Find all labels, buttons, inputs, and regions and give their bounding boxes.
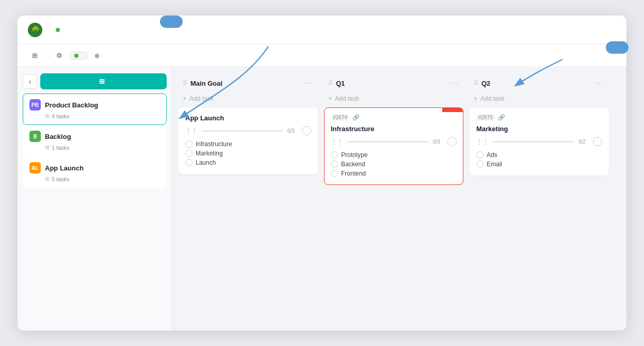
priority-bar [442, 108, 463, 112]
column-header: ⠿ Q1 ··· [324, 75, 463, 93]
drag-icon: ⠿ [328, 80, 333, 87]
task-id: #2674 [331, 114, 349, 121]
task-checkbox[interactable] [331, 170, 338, 177]
add-board-icon: ⊞ [99, 77, 105, 85]
board-item-app-launch[interactable]: AL App Launch ⊞ 5 tasks [23, 156, 167, 188]
sidebar-header: ‹ ⊞ [23, 73, 167, 89]
task-card-top: #2675 🔗 [476, 114, 602, 121]
filter-options[interactable]: ⚙ [52, 50, 67, 61]
board-name: Backlog [45, 133, 71, 140]
subtask-row: Email [476, 160, 602, 169]
board-meta: ⊞ 5 tasks [29, 176, 160, 182]
subtask-row: Marketing [185, 149, 311, 158]
column-menu[interactable]: ··· [595, 78, 605, 88]
drag-icon: ⠿ [183, 80, 187, 87]
board-meta-icon: ⊞ [45, 176, 50, 182]
column-main-goal: ⠿ Main Goal ··· + Add task App Launch ⋮⋮… [179, 75, 318, 322]
sidebar: ‹ ⊞ PB Product Backlog ⊞ 4 tasks B Backl… [18, 67, 172, 331]
subtask-label: Backend [341, 161, 365, 168]
filter-icon: ⚙ [56, 52, 62, 59]
board-name: App Launch [45, 164, 84, 172]
subtask-row: Launch [185, 158, 311, 167]
subtask-row: Backend [331, 160, 457, 169]
task-title: Infrastructure [331, 125, 457, 133]
board-area: ⠿ Main Goal ··· + Add task App Launch ⋮⋮… [172, 67, 626, 331]
breadcrumb-sep: › [47, 52, 49, 59]
body: ‹ ⊞ PB Product Backlog ⊞ 4 tasks B Backl… [18, 67, 626, 331]
board-list: PB Product Backlog ⊞ 4 tasks B Backlog ⊞… [23, 93, 167, 188]
board-tasks: 1 tasks [52, 145, 70, 151]
progress-label: 0/3 [287, 128, 298, 134]
board-meta: ⊞ 4 tasks [29, 113, 160, 119]
callout-bubble-1 [160, 15, 183, 28]
subtask-label: Frontend [341, 170, 366, 177]
column-menu[interactable]: ··· [304, 78, 314, 88]
progress-label: 0/2 [578, 139, 589, 145]
board-item-product-backlog[interactable]: PB Product Backlog ⊞ 4 tasks [23, 93, 167, 125]
column-header: ⠿ Q2 ··· [470, 75, 609, 93]
progress-bar-bg [493, 141, 574, 143]
subtask-row: Ads [476, 150, 602, 160]
task-link-icon: 🔗 [498, 114, 505, 121]
status-dot [56, 28, 60, 32]
subtask-label: Email [487, 161, 502, 168]
subtask-label: Marketing [196, 150, 223, 157]
drag-icon: ⠿ [474, 80, 478, 87]
subtask-icon: ⋮⋮ [331, 138, 343, 145]
task-checkbox[interactable] [331, 161, 338, 168]
task-progress-row: ⋮⋮ 0/2 [476, 137, 602, 146]
subtask-label: Infrastructure [196, 140, 232, 148]
task-checkbox[interactable] [185, 150, 192, 157]
task-checkbox[interactable] [185, 159, 192, 166]
callout-bubble-2 [606, 41, 629, 54]
add-task-row[interactable]: + Add task [470, 93, 609, 107]
columns-container: ⠿ Main Goal ··· + Add task App Launch ⋮⋮… [179, 75, 615, 322]
board-item-backlog[interactable]: B Backlog ⊞ 1 tasks [23, 125, 167, 156]
board-avatar: B [29, 131, 41, 142]
board-item-header: B Backlog [29, 131, 160, 142]
add-task-icon: + [183, 95, 186, 102]
board-item-header: PB Product Backlog [29, 99, 160, 111]
add-task-row[interactable]: + Add task [179, 93, 318, 107]
task-id: #2675 [476, 114, 495, 121]
board-meta-icon: ⊞ [45, 144, 50, 151]
progress-bar-bg [202, 130, 283, 132]
task-card-marketing-card[interactable]: #2675 🔗 Marketing ⋮⋮ 0/2 Ads [470, 107, 609, 176]
task-progress-row: ⋮⋮ 0/3 [185, 126, 311, 135]
add-board-button[interactable]: ⊞ [40, 73, 167, 89]
board-meta-icon: ⊞ [45, 113, 50, 119]
sidebar-back-button[interactable]: ‹ [23, 74, 37, 89]
add-task-icon: + [328, 95, 332, 102]
task-card-app-launch-card[interactable]: App Launch ⋮⋮ 0/3 Infrastructure Marketi… [179, 107, 318, 174]
subtask-row: Prototype [331, 150, 457, 160]
task-title: App Launch [185, 114, 311, 122]
progress-bar-fill [347, 141, 429, 143]
column-menu[interactable]: ··· [449, 78, 459, 88]
add-task-row[interactable]: + Add task [324, 93, 463, 107]
boards-icon: ⊞ [32, 52, 38, 59]
app-logo: 🌳 [28, 23, 42, 37]
add-task-label: Add task [480, 95, 505, 102]
task-checkbox[interactable] [331, 151, 338, 159]
completion-circle [593, 137, 602, 146]
project-dot [74, 54, 78, 58]
column-q1: ⠿ Q1 ··· + Add task #2674 🔗 Infrastructu… [324, 75, 463, 322]
column-q2: ⠿ Q2 ··· + Add task #2675 🔗 Marketing ⋮⋮ [470, 75, 609, 322]
boards-nav[interactable]: ⊞ [28, 50, 44, 61]
board-meta: ⊞ 1 tasks [29, 144, 160, 151]
column-title: Q2 [481, 80, 592, 87]
task-card-infrastructure-card[interactable]: #2674 🔗 Infrastructure ⋮⋮ 0/3 Prototype [324, 107, 463, 185]
completion-circle [302, 126, 311, 135]
board-item-header: AL App Launch [29, 162, 160, 174]
task-checkbox[interactable] [476, 161, 484, 168]
task-checkbox[interactable] [185, 140, 192, 148]
app-window: 🌳 ⊞ › ⚙ ⊕ [18, 15, 626, 331]
add-task-label: Add task [335, 95, 359, 102]
project-chip [70, 52, 87, 60]
task-checkbox[interactable] [476, 151, 484, 159]
column-title: Q1 [336, 80, 446, 87]
progress-bar-fill [202, 130, 283, 132]
add-filter-button[interactable]: ⊕ [90, 51, 106, 61]
column-header: ⠿ Main Goal ··· [179, 75, 318, 93]
board-name: Product Backlog [45, 101, 98, 109]
